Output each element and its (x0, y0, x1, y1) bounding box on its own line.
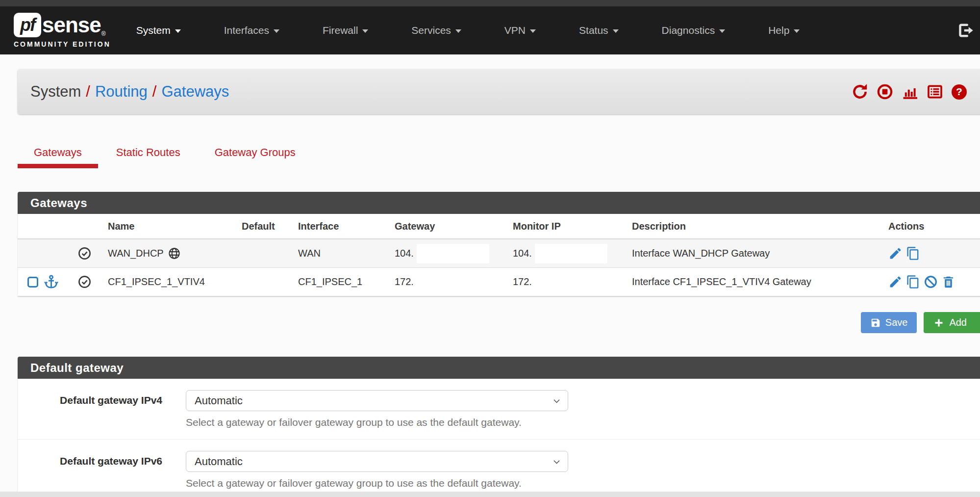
breadcrumb-link-gateways[interactable]: Gateways (161, 83, 229, 100)
default-gateway-panel: Default gateway Default gateway IPv4 Aut… (18, 357, 980, 497)
default-gateway-ipv4-select[interactable]: Automatic (186, 390, 568, 411)
gateways-panel-header: Gateways (18, 192, 980, 214)
breadcrumb-link-routing[interactable]: Routing (95, 83, 148, 100)
content-area: System/Routing/Gateways (18, 69, 980, 497)
nav-item-system[interactable]: System (136, 25, 181, 36)
nav-item-status[interactable]: Status (579, 25, 619, 36)
stop-circle-icon[interactable] (877, 83, 893, 100)
breadcrumb-section: System (30, 83, 81, 100)
monitor-ip: 104. (513, 248, 532, 259)
gateway-name: CF1_IPSEC_1_VTIV4 (108, 276, 205, 288)
nav-menu: System Interfaces Firewall Services VPN … (136, 25, 800, 36)
field-help-text: Select a gateway or failover gateway gro… (186, 477, 568, 489)
table-header-row: Name Default Interface Gateway Monitor I… (18, 214, 980, 239)
pfsense-gateways-page: pf sense ® COMMUNITY EDITION System Inte… (0, 0, 980, 497)
default-gateway-ipv6-select[interactable]: Automatic (186, 451, 568, 472)
gateway-interface: WAN (298, 248, 395, 259)
form-row-ipv4: Default gateway IPv4 Automatic Select a … (18, 379, 980, 439)
default-gateway-ipv4-label: Default gateway IPv4 (18, 390, 162, 428)
nav-item-firewall[interactable]: Firewall (323, 25, 368, 36)
panel-title: Gateways (30, 196, 87, 210)
window-top-strip (0, 0, 980, 6)
edit-icon[interactable] (888, 275, 903, 289)
refresh-icon[interactable] (852, 83, 868, 100)
column-header-default: Default (242, 221, 298, 232)
sign-out-icon[interactable] (956, 22, 974, 39)
chevron-down-icon (794, 29, 800, 33)
table-row: CF1_IPSEC_1_VTIV4 CF1_IPSEC_1 172. 172. … (18, 268, 980, 296)
save-icon (870, 317, 881, 328)
page-action-icons: ? (852, 83, 967, 100)
chevron-down-icon (530, 29, 536, 33)
breadcrumb-separator: / (81, 83, 95, 100)
brand-sense: sense (42, 13, 101, 37)
gateways-panel: Gateways Name Default Interface Gateway … (18, 192, 980, 296)
add-button[interactable]: Add (924, 312, 980, 333)
registered-mark: ® (101, 30, 106, 37)
gateway-address: 172. (395, 276, 414, 288)
chevron-down-icon (274, 29, 279, 33)
form-row-ipv6: Default gateway IPv6 Automatic Select a … (18, 439, 980, 497)
bar-chart-icon[interactable] (902, 83, 918, 100)
tab-static-routes[interactable]: Static Routes (100, 143, 197, 168)
copy-icon[interactable] (906, 275, 920, 289)
breadcrumb: System/Routing/Gateways (18, 69, 980, 114)
chevron-down-icon (719, 29, 725, 33)
column-header-name: Name (108, 221, 242, 232)
save-button[interactable]: Save (861, 312, 917, 333)
gateway-description: Interface WAN_DHCP Gateway (632, 248, 888, 259)
chevron-down-icon (175, 29, 181, 33)
chevron-down-icon (455, 29, 461, 33)
gateway-interface: CF1_IPSEC_1 (298, 276, 395, 288)
globe-icon (168, 247, 181, 260)
chevron-down-icon (552, 396, 561, 406)
page-title: System/Routing/Gateways (30, 83, 229, 101)
gateway-name: WAN_DHCP (108, 248, 164, 259)
column-header-monitor-ip: Monitor IP (513, 221, 632, 232)
redaction-box (535, 244, 607, 263)
default-gateway-ipv6-label: Default gateway IPv6 (18, 451, 162, 489)
column-header-description: Description (632, 221, 888, 232)
row-select-checkbox[interactable] (27, 277, 38, 288)
brand-subtitle: COMMUNITY EDITION (14, 40, 111, 48)
column-header-gateway: Gateway (395, 221, 513, 232)
column-header-interface: Interface (298, 221, 395, 232)
gateway-description: Interface CF1_IPSEC_1_VTIV4 Gateway (632, 276, 888, 288)
pf-logo-box: pf (14, 13, 41, 37)
bottom-strip (0, 492, 980, 497)
plus-icon (933, 317, 945, 329)
navbar: pf sense ® COMMUNITY EDITION System Inte… (0, 6, 980, 54)
delete-icon[interactable] (941, 275, 955, 289)
chevron-down-icon (552, 457, 561, 467)
breadcrumb-separator: / (148, 83, 162, 100)
column-header-actions: Actions (888, 221, 980, 232)
chevron-down-icon (362, 29, 368, 33)
nav-item-help[interactable]: Help (768, 25, 800, 36)
redaction-box (417, 244, 489, 263)
anchor-icon (44, 274, 59, 289)
nav-item-diagnostics[interactable]: Diagnostics (662, 25, 726, 36)
copy-icon[interactable] (906, 246, 920, 261)
panel-title: Default gateway (30, 361, 124, 375)
field-help-text: Select a gateway or failover gateway gro… (186, 417, 568, 428)
pfsense-logo[interactable]: pf sense ® COMMUNITY EDITION (14, 13, 111, 48)
edit-icon[interactable] (888, 246, 903, 261)
nav-item-vpn[interactable]: VPN (504, 25, 536, 36)
navbar-right (956, 22, 974, 39)
disable-icon[interactable] (924, 275, 938, 289)
default-gateway-panel-header: Default gateway (18, 357, 980, 379)
button-row: Save Add (18, 312, 980, 333)
help-icon[interactable]: ? (952, 84, 967, 100)
list-icon[interactable] (927, 83, 943, 100)
tab-bar: Gateways Static Routes Gateway Groups (18, 143, 980, 168)
chevron-down-icon (613, 29, 619, 33)
check-circle-icon (77, 275, 92, 289)
check-circle-icon (77, 246, 92, 261)
table-row: WAN_DHCP WAN 104. 104. Interface WAN_DHC… (18, 239, 980, 268)
tab-gateways[interactable]: Gateways (18, 143, 98, 168)
monitor-ip: 172. (513, 276, 532, 288)
nav-item-services[interactable]: Services (411, 25, 461, 36)
tab-gateway-groups[interactable]: Gateway Groups (199, 143, 312, 168)
nav-item-interfaces[interactable]: Interfaces (224, 25, 279, 36)
gateway-address: 104. (395, 248, 414, 259)
